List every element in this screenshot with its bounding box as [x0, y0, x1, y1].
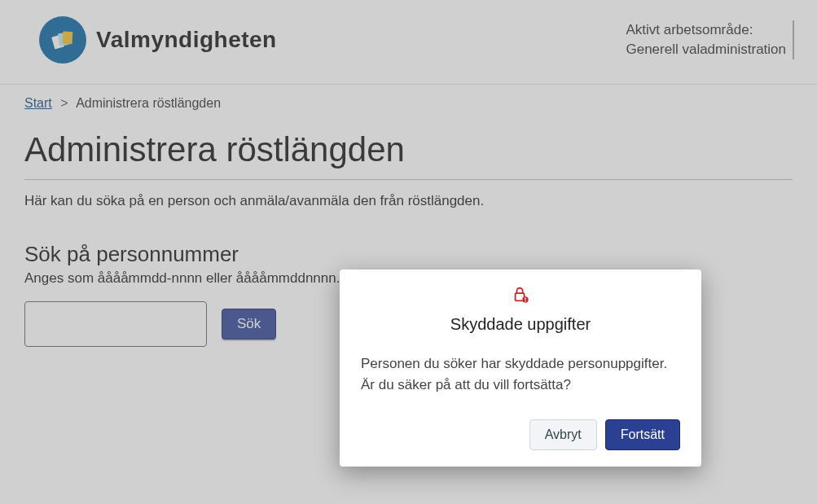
protected-info-modal: Skyddade uppgifter Personen du söker har…: [340, 270, 701, 467]
svg-rect-6: [525, 300, 525, 301]
modal-body-line2: Är du säker på att du vill fortsätta?: [361, 375, 680, 396]
cancel-button[interactable]: Avbryt: [529, 419, 597, 450]
modal-body: Personen du söker har skyddade personupp…: [361, 353, 680, 395]
modal-actions: Avbryt Fortsätt: [361, 419, 680, 450]
continue-button[interactable]: Fortsätt: [605, 419, 680, 450]
modal-title: Skyddade uppgifter: [361, 315, 680, 334]
svg-rect-5: [525, 298, 525, 300]
lock-alert-icon: [361, 286, 680, 307]
modal-body-line1: Personen du söker har skyddade personupp…: [361, 353, 680, 375]
